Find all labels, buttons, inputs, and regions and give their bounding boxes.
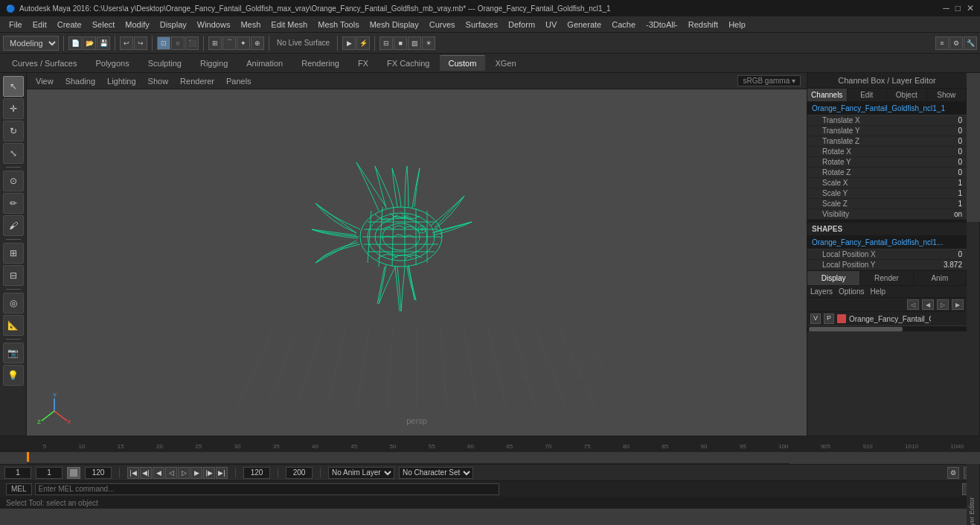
channel-translate-x[interactable]: Translate X 0 <box>807 115 967 126</box>
options-menu-item[interactable]: Options <box>839 287 864 296</box>
maximize-button[interactable]: □ <box>955 3 961 13</box>
channel-rotate-y[interactable]: Rotate Y 0 <box>807 157 967 168</box>
mode-dropdown[interactable]: Modeling <box>3 36 59 51</box>
cb-tab-channels[interactable]: Channels <box>807 89 848 101</box>
command-input[interactable] <box>35 483 499 495</box>
ipr-button[interactable]: ⚡ <box>356 36 370 50</box>
render-button[interactable]: ▶ <box>342 36 356 50</box>
tab-xgen[interactable]: XGen <box>486 56 525 71</box>
channel-scale-y[interactable]: Scale Y 1 <box>807 188 967 199</box>
undo-button[interactable]: ↩ <box>120 36 133 50</box>
menu-help[interactable]: Help <box>724 19 750 31</box>
channel-translate-z[interactable]: Translate Z 0 <box>807 136 967 147</box>
menu-file[interactable]: File <box>4 19 27 31</box>
menu-mesh-tools[interactable]: Mesh Tools <box>313 19 363 31</box>
cb-tab-show[interactable]: Show <box>927 89 967 101</box>
cb-tab-edit[interactable]: Edit <box>848 89 888 101</box>
menu-redshift[interactable]: Redshift <box>684 19 723 31</box>
attr-editor-toggle[interactable]: ⚙ <box>949 36 963 50</box>
tab-curves-surfaces[interactable]: Curves / Surfaces <box>3 56 86 71</box>
vp-menu-show[interactable]: Show <box>145 77 172 86</box>
menu-edit[interactable]: Edit <box>28 19 51 31</box>
attribute-editor-tab[interactable]: Channel Box / Layer Editor <box>967 222 980 525</box>
goto-start-button[interactable]: |◀ <box>127 467 139 479</box>
tab-rigging[interactable]: Rigging <box>191 56 237 71</box>
menu-modify[interactable]: Modify <box>121 19 153 31</box>
menu-curves[interactable]: Curves <box>425 19 460 31</box>
camera-tool[interactable]: 📷 <box>3 343 24 363</box>
title-bar-controls[interactable]: ─ □ ✕ <box>943 3 974 13</box>
texture-button[interactable]: ▨ <box>408 36 421 50</box>
dr-tab-anim[interactable]: Anim <box>914 271 967 285</box>
snap-view-button[interactable]: ⊕ <box>251 36 264 50</box>
channel-rotate-x[interactable]: Rotate X 0 <box>807 147 967 157</box>
move-tool[interactable]: ✛ <box>3 98 24 119</box>
frame-end-input[interactable] <box>85 467 112 479</box>
tab-custom[interactable]: Custom <box>440 55 486 71</box>
sculpt-tool[interactable]: ✏ <box>3 193 24 214</box>
tab-sculpting[interactable]: Sculpting <box>139 56 190 71</box>
wireframe-button[interactable]: ⊟ <box>379 36 393 50</box>
layer-vp-v[interactable]: V <box>810 314 821 324</box>
play-forward-button[interactable]: ▷ <box>178 467 190 479</box>
solid-button[interactable]: ■ <box>394 36 407 50</box>
local-pos-y[interactable]: Local Position Y 3.872 <box>807 260 967 270</box>
tool-settings-toggle[interactable]: 🔧 <box>964 36 977 50</box>
menu-surfaces[interactable]: Surfaces <box>461 19 502 31</box>
vp-menu-shading[interactable]: Shading <box>63 77 98 86</box>
snap-tool[interactable]: ◎ <box>3 293 24 314</box>
layer-add-button[interactable]: ◀ <box>922 299 934 310</box>
step-back-button[interactable]: ◀| <box>140 467 152 479</box>
layer-remove-button[interactable]: ▷ <box>937 299 949 310</box>
paint-tool-button[interactable]: ⬛ <box>185 36 199 50</box>
menu-deform[interactable]: Deform <box>504 19 539 31</box>
select-tool-button[interactable]: ⊡ <box>157 36 170 50</box>
cb-tab-object[interactable]: Object <box>887 89 927 101</box>
local-pos-x[interactable]: Local Position X 0 <box>807 249 967 260</box>
menu-3dto-all[interactable]: -3DtoAll- <box>641 19 682 31</box>
playback-end-input[interactable] <box>243 467 270 479</box>
channel-rotate-z[interactable]: Rotate Z 0 <box>807 168 967 178</box>
channel-scale-x[interactable]: Scale X 1 <box>807 178 967 188</box>
layer-settings-button[interactable]: ▶ <box>952 299 964 310</box>
channel-translate-y[interactable]: Translate Y 0 <box>807 126 967 136</box>
dr-tab-display[interactable]: Display <box>807 271 860 285</box>
color-space-dropdown[interactable]: sRGB gamma ▾ <box>737 75 801 86</box>
menu-cache[interactable]: Cache <box>607 19 640 31</box>
menu-edit-mesh[interactable]: Edit Mesh <box>266 19 312 31</box>
new-file-button[interactable]: 📄 <box>68 36 82 50</box>
menu-mesh[interactable]: Mesh <box>236 19 265 31</box>
tab-fx[interactable]: FX <box>349 56 377 71</box>
layer-new-button[interactable]: ◁ <box>907 299 919 310</box>
paint-tool[interactable]: 🖌 <box>3 215 24 236</box>
frame-current-input[interactable] <box>4 467 31 479</box>
menu-uv[interactable]: UV <box>541 19 561 31</box>
menu-display[interactable]: Display <box>156 19 191 31</box>
snap-grid-button[interactable]: ⊞ <box>208 36 222 50</box>
help-menu-item[interactable]: Help <box>870 287 885 296</box>
snap-curve-button[interactable]: ⌒ <box>222 36 236 50</box>
menu-windows[interactable]: Windows <box>193 19 235 31</box>
soft-select-tool[interactable]: ⊙ <box>3 171 24 191</box>
preferences-button[interactable]: ⚙ <box>947 467 959 479</box>
dr-tab-render[interactable]: Render <box>860 271 913 285</box>
layer-scroll-thumb[interactable] <box>809 327 903 331</box>
light-tool[interactable]: 💡 <box>3 365 24 386</box>
rotate-tool[interactable]: ↻ <box>3 121 24 141</box>
grid-tool[interactable]: ⊟ <box>3 265 24 286</box>
layer-vp-p[interactable]: P <box>824 314 834 324</box>
measure-tool[interactable]: 📐 <box>3 315 24 336</box>
max-frame-input[interactable] <box>286 467 313 479</box>
scale-tool[interactable]: ⤡ <box>3 143 24 164</box>
menu-create[interactable]: Create <box>53 19 86 31</box>
snap-point-button[interactable]: ✦ <box>237 36 250 50</box>
goto-end-button[interactable]: ▶| <box>216 467 228 479</box>
layer-scrollbar[interactable] <box>807 325 967 331</box>
menu-generate[interactable]: Generate <box>563 19 606 31</box>
light-button[interactable]: ☀ <box>422 36 435 50</box>
vp-menu-panels[interactable]: Panels <box>223 77 254 86</box>
layers-menu-item[interactable]: Layers <box>810 287 833 296</box>
step-forward-frame-button[interactable]: ▶ <box>190 467 202 479</box>
tab-fx-caching[interactable]: FX Caching <box>378 56 438 71</box>
frame-start-input[interactable] <box>36 467 63 479</box>
